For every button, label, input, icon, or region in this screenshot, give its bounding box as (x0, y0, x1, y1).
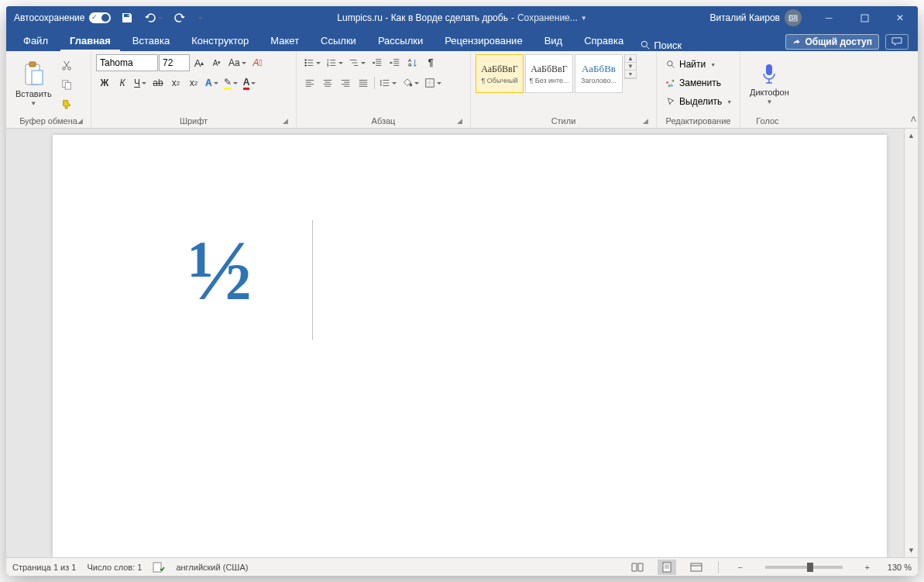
document-content[interactable]: ½ (188, 228, 252, 313)
paste-button[interactable]: Вставить ▼ (11, 54, 57, 114)
multilevel-icon[interactable] (346, 54, 368, 71)
highlight-icon[interactable]: ✎ (222, 74, 240, 91)
styles-scroll-icon[interactable]: ▲▼▾ (624, 54, 637, 79)
text-effects-icon[interactable]: A (203, 74, 221, 91)
page-indicator[interactable]: Страница 1 из 1 (12, 563, 76, 572)
bold-button[interactable]: Ж (96, 74, 113, 91)
page[interactable]: ½ (53, 135, 887, 557)
indent-decrease-icon[interactable] (369, 54, 386, 71)
underline-button[interactable]: Ч (132, 74, 149, 91)
borders-icon[interactable] (422, 74, 444, 91)
replace-icon: ab (666, 78, 676, 88)
svg-rect-1 (861, 15, 868, 22)
style-heading1[interactable]: АаБбВвЗаголово... (575, 54, 623, 93)
tab-layout[interactable]: Макет (261, 32, 308, 51)
paragraph-launcher-icon[interactable]: ◢ (455, 117, 464, 126)
undo-icon[interactable] (142, 9, 165, 26)
styles-gallery[interactable]: АаБбВвГ¶ Обычный АаБбВвГ¶ Без инте... Аа… (476, 54, 623, 93)
tab-file[interactable]: Файл (14, 32, 57, 51)
autosave-toggle[interactable] (89, 12, 111, 23)
language-indicator[interactable]: английский (США) (176, 563, 248, 572)
group-voice-label: Голос (756, 116, 778, 126)
spellcheck-icon[interactable] (153, 562, 165, 573)
tab-design[interactable]: Конструктор (182, 32, 258, 51)
close-icon[interactable]: ✕ (882, 6, 918, 29)
maximize-icon[interactable] (847, 6, 882, 29)
clear-format-icon[interactable]: A⃫ (249, 54, 266, 71)
tab-references[interactable]: Ссылки (311, 32, 366, 51)
dictate-button[interactable]: Диктофон ▼ (745, 54, 794, 114)
vertical-scrollbar[interactable]: ▲ ▼ (904, 129, 918, 557)
minimize-icon[interactable]: ─ (811, 6, 847, 29)
font-name-combo[interactable] (96, 54, 158, 71)
change-case-button[interactable]: Aa (226, 54, 249, 71)
title-bar: Автосохранение Lumpics.ru - Как в Ворде … (6, 6, 918, 29)
tab-review[interactable]: Рецензирование (435, 32, 531, 51)
font-color-icon[interactable]: A (241, 74, 259, 91)
tab-home[interactable]: Главная (60, 32, 120, 51)
text-cursor (312, 220, 313, 340)
zoom-slider[interactable] (765, 566, 843, 569)
numbering-icon[interactable]: 123 (324, 54, 345, 71)
grow-font-icon[interactable]: A▴ (191, 54, 208, 71)
subscript-button[interactable]: x2 (167, 74, 184, 91)
style-normal[interactable]: АаБбВвГ¶ Обычный (476, 54, 524, 93)
clipboard-launcher-icon[interactable]: ◢ (75, 117, 84, 126)
align-justify-icon[interactable] (355, 74, 372, 91)
print-layout-icon[interactable] (658, 560, 676, 575)
italic-button[interactable]: К (114, 74, 131, 91)
replace-button[interactable]: abЗаменить (663, 74, 735, 91)
tab-view[interactable]: Вид (535, 32, 572, 51)
tab-mailings[interactable]: Рассылки (369, 32, 432, 51)
find-button[interactable]: Найти▼ (663, 56, 735, 73)
superscript-button[interactable]: x2 (185, 74, 202, 91)
copy-icon[interactable] (58, 76, 75, 93)
redo-icon[interactable] (171, 9, 188, 26)
bullets-icon[interactable] (301, 54, 323, 71)
shrink-font-icon[interactable]: A▾ (208, 54, 225, 71)
save-icon[interactable] (119, 9, 136, 26)
scroll-down-icon[interactable]: ▼ (905, 543, 918, 557)
user-name[interactable]: Виталий Каиров (709, 12, 780, 23)
align-left-icon[interactable] (301, 74, 318, 91)
svg-rect-5 (32, 71, 43, 84)
read-mode-icon[interactable] (628, 560, 647, 575)
shading-icon[interactable] (400, 74, 421, 91)
select-button[interactable]: Выделить▼ (663, 93, 735, 110)
search-button[interactable]: Поиск (634, 40, 688, 51)
word-count[interactable]: Число слов: 1 (87, 563, 142, 572)
style-nospace[interactable]: АаБбВвГ¶ Без инте... (525, 54, 573, 93)
align-center-icon[interactable] (319, 74, 336, 91)
tab-help[interactable]: Справка (575, 32, 633, 51)
svg-point-2 (641, 41, 647, 46)
align-right-icon[interactable] (337, 74, 354, 91)
line-spacing-icon[interactable] (377, 74, 399, 91)
web-layout-icon[interactable] (687, 560, 706, 575)
svg-rect-23 (153, 563, 161, 572)
indent-increase-icon[interactable] (386, 54, 404, 71)
sort-icon[interactable]: AЯ (404, 54, 421, 71)
document-title: Lumpics.ru - Как в Ворде сделать дробь (337, 12, 508, 23)
font-size-combo[interactable] (159, 54, 190, 71)
strike-button[interactable]: ab (149, 74, 167, 91)
tab-insert[interactable]: Вставка (123, 32, 179, 51)
collapse-ribbon-icon[interactable]: ᐱ (911, 115, 916, 123)
styles-launcher-icon[interactable]: ◢ (641, 117, 650, 126)
zoom-in-button[interactable]: + (858, 560, 877, 575)
svg-rect-9 (65, 82, 70, 89)
zoom-out-button[interactable]: − (731, 560, 750, 575)
format-painter-icon[interactable] (58, 95, 75, 112)
search-icon (641, 40, 651, 50)
qat-customize-icon[interactable] (194, 9, 205, 26)
show-marks-icon[interactable]: ¶ (422, 54, 439, 71)
ribbon-options-icon[interactable] (775, 6, 811, 29)
scroll-up-icon[interactable]: ▲ (905, 129, 918, 143)
cut-icon[interactable] (58, 57, 75, 74)
font-launcher-icon[interactable]: ◢ (280, 117, 290, 126)
share-button[interactable]: Общий доступ (785, 34, 879, 50)
svg-text:b: b (671, 83, 673, 88)
comments-button[interactable] (885, 34, 909, 50)
autosave-label: Автосохранение (14, 12, 84, 23)
zoom-level[interactable]: 130 % (888, 563, 912, 572)
document-area[interactable]: ½ ▲ ▼ (6, 129, 918, 557)
